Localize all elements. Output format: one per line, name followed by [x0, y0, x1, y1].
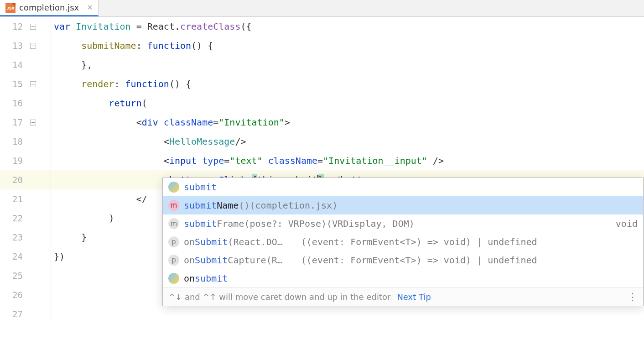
fold-gutter[interactable] [27, 266, 51, 285]
method-icon: m [168, 200, 179, 211]
fold-gutter[interactable] [27, 170, 51, 189]
line-number: 26 [0, 285, 27, 304]
tab-completion-jsx[interactable]: JSX completion.jsx × [0, 0, 99, 16]
property-icon: p [168, 255, 179, 266]
method-icon: m [168, 218, 179, 229]
fold-gutter[interactable] [27, 113, 51, 132]
line-number: 13 [0, 36, 27, 55]
fold-gutter[interactable] [27, 247, 51, 266]
completion-item[interactable]: p onSubmit (React.DO… ((event: FormEvent… [163, 233, 643, 251]
completion-item[interactable]: m submitFrame(pose?: VRPose) (VRDisplay,… [163, 214, 643, 233]
line-number: 25 [0, 266, 27, 285]
code-line[interactable]: <HelloMessage/> [51, 132, 644, 151]
fold-gutter[interactable] [27, 55, 51, 74]
line-number: 27 [0, 304, 27, 324]
fold-minus-icon[interactable] [30, 43, 36, 49]
code-line[interactable]: <input type="text" className="Invitation… [51, 151, 644, 170]
fold-minus-icon[interactable] [30, 24, 36, 30]
tab-label: completion.jsx [19, 3, 79, 12]
line-number: 15 [0, 74, 27, 94]
kebab-icon[interactable]: ⋮ [628, 295, 638, 299]
line-number: 14 [0, 55, 27, 74]
jsx-file-icon: JSX [5, 3, 16, 13]
line-number: 17 [0, 113, 27, 132]
editor[interactable]: 12 var Invitation = React.createClass({ … [0, 17, 644, 340]
fold-gutter[interactable] [27, 228, 51, 247]
fold-gutter[interactable] [27, 209, 51, 228]
code-line[interactable]: }, [51, 55, 644, 74]
fold-minus-icon[interactable] [30, 120, 36, 126]
fold-gutter[interactable] [27, 74, 51, 94]
fold-gutter[interactable] [27, 36, 51, 55]
completion-popup: submit m submitName() (completion.jsx) m… [162, 178, 644, 306]
svg-text:JSX: JSX [6, 6, 14, 10]
code-line[interactable] [51, 304, 644, 324]
code-line[interactable]: render: function() { [51, 74, 644, 94]
line-number: 19 [0, 151, 27, 170]
fold-gutter[interactable] [27, 285, 51, 304]
fold-gutter[interactable] [27, 151, 51, 170]
fold-minus-icon[interactable] [30, 81, 36, 87]
line-number: 22 [0, 209, 27, 228]
completion-footer: ^↓ and ^↑ will move caret down and up in… [163, 288, 643, 306]
completion-item[interactable]: m submitName() (completion.jsx) [163, 196, 643, 214]
completion-item[interactable]: p onSubmitCapture (R… ((event: FormEvent… [163, 251, 643, 269]
line-number: 16 [0, 94, 27, 113]
footer-hint: ^↓ and ^↑ will move caret down and up in… [168, 292, 390, 302]
code-line[interactable]: submitName: function() { [51, 36, 644, 55]
completion-item[interactable]: onsubmit [163, 269, 643, 288]
symbol-icon [168, 273, 179, 284]
line-number: 21 [0, 189, 27, 209]
symbol-icon [168, 182, 179, 193]
line-number: 23 [0, 228, 27, 247]
line-number: 18 [0, 132, 27, 151]
line-number: 20 [0, 170, 27, 189]
close-icon[interactable]: × [87, 2, 93, 13]
next-tip-link[interactable]: Next Tip [397, 292, 431, 302]
tab-bar: JSX completion.jsx × [0, 0, 644, 17]
code-line[interactable]: <div className="Invitation"> [51, 113, 644, 132]
fold-gutter[interactable] [27, 189, 51, 209]
line-number: 12 [0, 17, 27, 36]
line-number: 24 [0, 247, 27, 266]
fold-gutter[interactable] [27, 94, 51, 113]
code-line[interactable]: return( [51, 94, 644, 113]
fold-gutter[interactable] [27, 132, 51, 151]
property-icon: p [168, 236, 179, 247]
code-line[interactable]: var Invitation = React.createClass({ [51, 17, 644, 36]
fold-gutter[interactable] [27, 304, 51, 324]
completion-item[interactable]: submit [163, 178, 643, 196]
fold-gutter[interactable] [27, 17, 51, 36]
